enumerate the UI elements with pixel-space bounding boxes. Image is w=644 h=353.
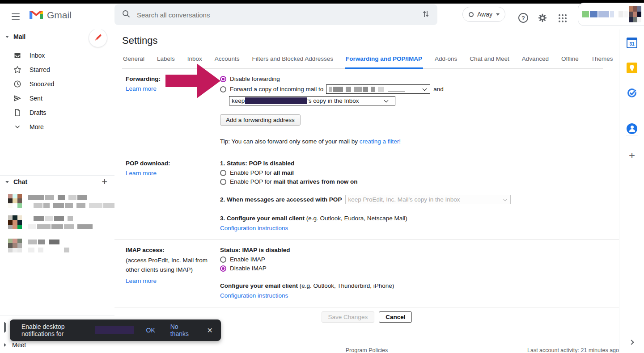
sidebar-section-meet[interactable]: Meet bbox=[4, 341, 26, 349]
help-icon[interactable]: ? bbox=[518, 13, 528, 23]
forwarding-label: Forwarding: bbox=[126, 76, 220, 82]
chevron-down-icon bbox=[423, 87, 427, 91]
enable-pop-all-radio[interactable] bbox=[220, 170, 226, 176]
sidebar-item-drafts[interactable]: Drafts bbox=[0, 105, 114, 120]
get-addons-plus-icon[interactable]: + bbox=[627, 149, 637, 162]
pop-learn-more-link[interactable]: Learn more bbox=[126, 170, 157, 176]
sidebar-section-chat[interactable]: Chat + bbox=[5, 178, 107, 186]
collapse-side-panel-icon[interactable] bbox=[629, 340, 634, 345]
enable-pop-all-label: Enable POP for bbox=[230, 169, 272, 176]
google-apps-grid-icon[interactable] bbox=[559, 14, 567, 22]
pop-when-value: keep ProEdit, Inc. Mail's copy in the In… bbox=[348, 196, 460, 203]
status-selector[interactable]: Away bbox=[462, 7, 505, 22]
close-icon[interactable]: ✕ bbox=[207, 326, 213, 335]
tab-themes[interactable]: Themes bbox=[590, 53, 614, 68]
search-options-icon[interactable] bbox=[421, 9, 430, 20]
enable-pop-now-radio[interactable] bbox=[220, 179, 226, 185]
disable-imap-radio[interactable] bbox=[220, 265, 226, 272]
settings-gear-icon[interactable] bbox=[538, 13, 547, 25]
keep-prefix: keep bbox=[232, 97, 245, 104]
chat-list-item[interactable] bbox=[8, 239, 111, 256]
avatar bbox=[8, 194, 22, 208]
search-bar[interactable]: Search all conversations bbox=[114, 4, 437, 25]
sidebar-item-snoozed[interactable]: Snoozed bbox=[0, 77, 114, 91]
forwarding-learn-more-link[interactable]: Learn more bbox=[126, 85, 157, 92]
tab-offline[interactable]: Offline bbox=[560, 53, 580, 68]
keep-copy-select[interactable]: keep 's copy in the Inbox bbox=[229, 96, 395, 105]
pop-label: POP download: bbox=[126, 160, 220, 167]
tab-accounts[interactable]: Accounts bbox=[214, 53, 241, 68]
sidebar-item-inbox[interactable]: Inbox bbox=[0, 48, 114, 63]
compose-button[interactable] bbox=[89, 29, 107, 47]
google-contacts-icon[interactable] bbox=[627, 123, 637, 134]
forwarding-tip-text: Tip: You can also forward only some of y… bbox=[220, 138, 358, 145]
creating-a-filter-link[interactable]: creating a filter! bbox=[360, 138, 401, 145]
disable-forwarding-radio[interactable] bbox=[220, 76, 226, 82]
cancel-button[interactable]: Cancel bbox=[379, 311, 412, 323]
imap-sublabel: (access ProEdit, Inc. Mail from other cl… bbox=[126, 256, 220, 274]
google-keep-icon[interactable] bbox=[627, 63, 637, 73]
google-tasks-icon[interactable] bbox=[627, 88, 637, 98]
enable-imap-radio[interactable] bbox=[220, 256, 226, 263]
tab-general[interactable]: General bbox=[122, 53, 145, 68]
chevron-down-icon bbox=[503, 197, 508, 202]
avatar[interactable] bbox=[629, 6, 641, 22]
imap-configure-label: Configure your email client bbox=[220, 282, 298, 289]
sidebar-item-label: Drafts bbox=[30, 109, 46, 116]
forward-address-select[interactable] bbox=[326, 84, 430, 94]
expand-arrow-icon bbox=[4, 343, 6, 347]
mail-section-label: Mail bbox=[13, 33, 25, 40]
google-calendar-icon[interactable]: 31 bbox=[627, 38, 637, 48]
enable-pop-now-bold: mail that arrives from now on bbox=[273, 178, 357, 185]
sidebar-collapsed-section[interactable] bbox=[4, 324, 6, 332]
pop-configuration-instructions-link[interactable]: Configuration instructions bbox=[220, 225, 288, 231]
imap-configuration-instructions-link[interactable]: Configuration instructions bbox=[220, 292, 288, 299]
left-sidebar: Mail Inbox Starred bbox=[0, 29, 114, 353]
gmail-logo-icon bbox=[30, 9, 43, 21]
forward-copy-radio[interactable] bbox=[220, 86, 226, 92]
enable-imap-label: Enable IMAP bbox=[230, 256, 265, 263]
avatar bbox=[8, 239, 22, 252]
sidebar-item-starred[interactable]: Starred bbox=[0, 63, 114, 77]
add-forwarding-address-button[interactable]: Add a forwarding address bbox=[220, 114, 301, 126]
tab-forwarding-pop-imap[interactable]: Forwarding and POP/IMAP bbox=[345, 53, 423, 69]
sidebar-section-mail[interactable]: Mail bbox=[5, 33, 25, 40]
snackbar-message: Enable desktop notifications for bbox=[21, 323, 93, 337]
star-icon bbox=[13, 66, 21, 74]
imap-learn-more-link[interactable]: Learn more bbox=[126, 277, 157, 284]
chat-list-item[interactable] bbox=[8, 215, 111, 232]
tab-filters[interactable]: Filters and Blocked Addresses bbox=[251, 53, 334, 68]
sidebar-item-more[interactable]: More bbox=[0, 120, 114, 134]
expand-arrow-icon bbox=[4, 322, 6, 333]
enable-pop-all-bold: all mail bbox=[273, 169, 294, 176]
redacted-chat-text bbox=[28, 194, 116, 211]
hamburger-menu-icon[interactable] bbox=[12, 13, 20, 20]
chat-section-label: Chat bbox=[13, 178, 27, 185]
tab-inbox[interactable]: Inbox bbox=[186, 53, 203, 68]
status-away-icon bbox=[469, 12, 474, 17]
snackbar-ok-button[interactable]: OK bbox=[146, 327, 155, 334]
chat-list-item[interactable] bbox=[8, 194, 111, 211]
top-black-strip bbox=[0, 0, 644, 4]
tab-chat-and-meet[interactable]: Chat and Meet bbox=[469, 53, 510, 68]
pop-when-select: keep ProEdit, Inc. Mail's copy in the In… bbox=[345, 195, 511, 204]
tab-labels[interactable]: Labels bbox=[156, 53, 176, 68]
redacted-account-text bbox=[590, 11, 597, 17]
redacted-email bbox=[329, 87, 332, 92]
rail-divider bbox=[626, 135, 638, 135]
sidebar-item-sent[interactable]: Sent bbox=[0, 91, 114, 105]
save-changes-button[interactable]: Save Changes bbox=[322, 311, 375, 323]
redacted-account-text bbox=[582, 11, 589, 17]
chat-list bbox=[8, 194, 111, 260]
forwarding-section: Forwarding: Learn more Disable forwardin… bbox=[114, 69, 619, 153]
new-chat-plus-icon[interactable]: + bbox=[102, 178, 107, 186]
account-chip[interactable] bbox=[578, 3, 644, 26]
main-content: Settings General Labels Inbox Accounts F… bbox=[114, 29, 619, 353]
imap-configure-rest: (e.g. Outlook, Thunderbird, iPhone) bbox=[300, 282, 394, 289]
program-policies-link[interactable]: Program Policies bbox=[346, 347, 388, 353]
tab-addons[interactable]: Add-ons bbox=[434, 53, 458, 68]
snackbar-no-thanks-button[interactable]: No thanks bbox=[170, 323, 194, 337]
redacted-account-text bbox=[624, 11, 628, 17]
sidebar-item-label: Starred bbox=[30, 66, 50, 73]
tab-advanced[interactable]: Advanced bbox=[521, 53, 550, 68]
